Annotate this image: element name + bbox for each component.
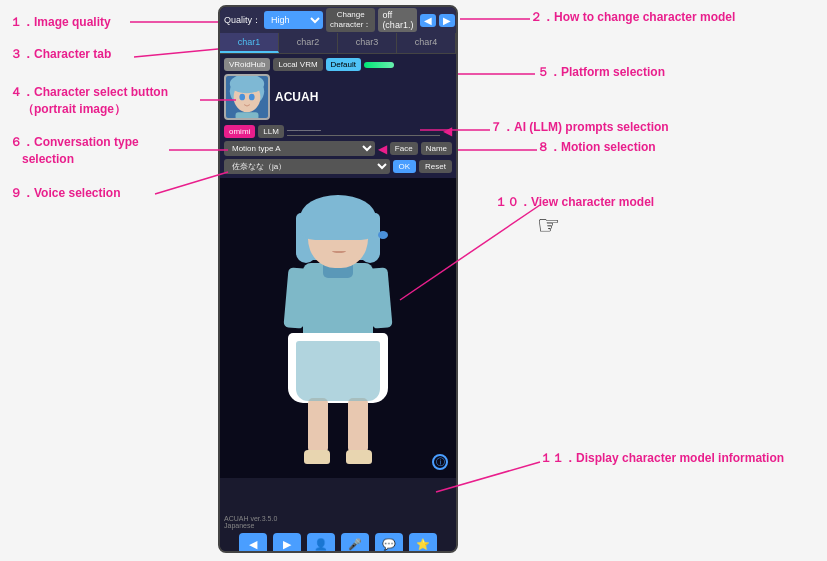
change-character-button[interactable]: Changecharacter： xyxy=(326,8,375,31)
motion-row: Motion type A Motion type B ◀ Face Name xyxy=(224,141,452,156)
svg-point-4 xyxy=(249,94,255,101)
top-bar: Quality： High Medium Low Changecharacter… xyxy=(220,7,456,33)
svg-rect-5 xyxy=(236,112,259,119)
svg-point-3 xyxy=(239,94,245,101)
platform-row: VRoidHub Local VRM Default xyxy=(224,58,452,71)
tab-char3[interactable]: char3 xyxy=(338,33,397,53)
next-arrow-button[interactable]: ▶ xyxy=(439,14,455,27)
tab-char4[interactable]: char4 xyxy=(397,33,456,53)
face-button[interactable]: Face xyxy=(390,142,418,155)
default-button[interactable]: Default xyxy=(326,58,361,71)
voice-row: 佐奈なな（ja） OK Reset xyxy=(224,159,452,174)
svg-line-8 xyxy=(134,49,218,57)
ok-button[interactable]: OK xyxy=(393,160,417,173)
tab-char1[interactable]: char1 xyxy=(220,33,279,53)
chat-button[interactable]: 💬 xyxy=(375,533,403,553)
prev-arrow-button[interactable]: ◀ xyxy=(420,14,436,27)
audio-button[interactable]: 🎤 xyxy=(341,533,369,553)
annotation-label-10: １０．View character model xyxy=(495,194,654,211)
char-eye-right xyxy=(378,231,388,239)
version-text: ACUAH ver.3.5.0Japanese xyxy=(220,513,456,531)
char-leg-right xyxy=(348,398,368,453)
star-button[interactable]: ⭐ xyxy=(409,533,437,553)
char-body xyxy=(303,263,373,343)
motion-type-select[interactable]: Motion type A Motion type B xyxy=(224,141,375,156)
char-shoe-left xyxy=(304,450,330,464)
conversation-type-button[interactable]: omimi xyxy=(224,125,255,138)
llm-arrow-icon: ◀ xyxy=(443,124,452,138)
char-indicator: off (char1.) xyxy=(378,8,417,32)
annotation-label-3: ３．Character tab xyxy=(10,46,111,63)
bottom-buttons: ◀ ▶ 👤 🎤 💬 ⭐ xyxy=(220,531,456,553)
quality-dropdown[interactable]: High Medium Low xyxy=(264,11,323,29)
voice-select[interactable]: 佐奈なな（ja） xyxy=(224,159,390,174)
annotation-label-2: ２．How to change character model xyxy=(530,9,735,26)
char-shoe-right xyxy=(346,450,372,464)
back-button[interactable]: ◀ xyxy=(239,533,267,553)
char-info-row: ACUAH xyxy=(224,74,452,120)
info-icon[interactable]: ⓘ xyxy=(432,454,448,470)
annotation-label-8: ８．Motion selection xyxy=(537,139,656,156)
forward-button[interactable]: ▶ xyxy=(273,533,301,553)
character-panel: VRoidHub Local VRM Default xyxy=(220,54,456,178)
annotation-label-9: ９．Voice selection xyxy=(10,185,120,202)
character-portrait[interactable] xyxy=(224,74,270,120)
bottom-bar: ACUAH ver.3.5.0Japanese ◀ ▶ 👤 🎤 💬 ⭐ xyxy=(220,513,456,551)
status-bar xyxy=(364,62,394,68)
tab-char2[interactable]: char2 xyxy=(279,33,338,53)
annotation-label-6: ６．Conversation type selection xyxy=(10,134,139,168)
reset-button[interactable]: Reset xyxy=(419,160,452,173)
annotation-label-4: ４．Character select button （portrait imag… xyxy=(10,84,168,118)
name-button[interactable]: Name xyxy=(421,142,452,155)
annotation-label-11: １１．Display character model information xyxy=(540,450,784,467)
app-container: Quality： High Medium Low Changecharacter… xyxy=(218,5,458,553)
motion-arrow-icon: ◀ xyxy=(378,142,387,156)
llm-dots: ────── xyxy=(287,126,440,136)
portrait-svg xyxy=(226,75,268,119)
char-leg-left xyxy=(308,398,328,453)
annotation-label-1: １．Image quality xyxy=(10,14,111,31)
annotation-label-7: ７．AI (LLM) prompts selection xyxy=(490,119,669,136)
character-figure xyxy=(278,203,398,463)
quality-label: Quality： xyxy=(224,14,261,27)
llm-row: omimi LLM ────── ◀ xyxy=(224,124,452,138)
llm-button[interactable]: LLM xyxy=(258,125,284,138)
char-dress-overlay xyxy=(296,341,380,401)
cursor-hand-icon: ☞ xyxy=(537,210,560,241)
char-hair-top xyxy=(300,195,376,240)
vroidhub-button[interactable]: VRoidHub xyxy=(224,58,270,71)
annotation-label-5: ５．Platform selection xyxy=(537,64,665,81)
local-vrm-button[interactable]: Local VRM xyxy=(273,58,322,71)
char-name: ACUAH xyxy=(275,90,318,104)
tabs-row: char1 char2 char3 char4 xyxy=(220,33,456,54)
character-view: ⓘ xyxy=(220,178,456,478)
person-button[interactable]: 👤 xyxy=(307,533,335,553)
